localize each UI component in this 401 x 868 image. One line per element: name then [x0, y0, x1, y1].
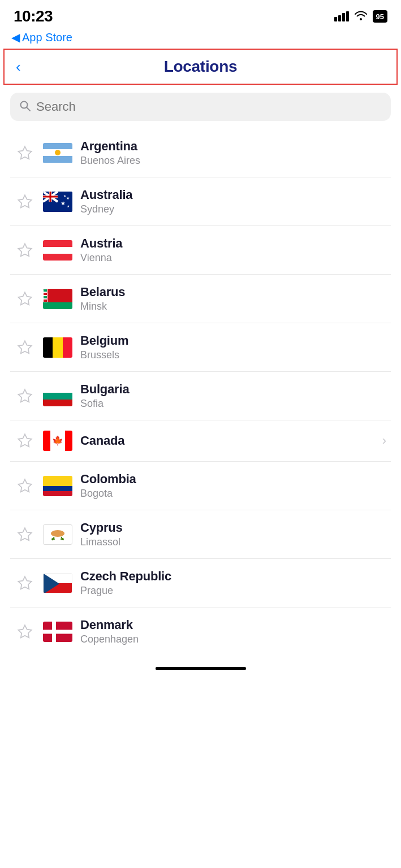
favorite-star-icon[interactable]: [15, 573, 35, 593]
favorite-star-icon[interactable]: [15, 431, 35, 451]
home-bar: [156, 667, 246, 670]
list-item[interactable]: Belgium Brussels: [10, 323, 391, 372]
favorite-star-icon[interactable]: [15, 476, 35, 496]
city-name: Brussels: [80, 349, 386, 361]
svg-point-27: [51, 538, 55, 540]
country-flag: [43, 386, 72, 406]
svg-point-24: [51, 530, 64, 537]
svg-marker-19: [18, 389, 31, 402]
country-name: Cyprus: [80, 520, 386, 535]
status-icons: 95: [334, 10, 387, 23]
country-name: Australia: [80, 188, 386, 202]
list-item[interactable]: Czech Republic Prague: [10, 559, 391, 607]
location-info: Belgium Brussels: [80, 333, 386, 361]
svg-marker-21: [18, 479, 31, 492]
list-item[interactable]: ★ ★ ★ ★ Australia Sydney: [10, 177, 391, 226]
svg-point-28: [61, 538, 64, 540]
search-icon: [19, 100, 31, 114]
signal-bars-icon: [334, 11, 349, 21]
favorite-star-icon[interactable]: [15, 386, 35, 406]
home-indicator: [0, 656, 401, 676]
favorite-star-icon[interactable]: [15, 622, 35, 642]
favorite-star-icon[interactable]: [15, 192, 35, 212]
list-item[interactable]: Bulgaria Sofia: [10, 372, 391, 420]
list-item[interactable]: Cyprus Limassol: [10, 510, 391, 559]
svg-marker-20: [18, 434, 31, 446]
svg-text:★: ★: [67, 205, 70, 208]
location-info: Argentina Buenos Aires: [80, 139, 386, 167]
svg-line-1: [27, 107, 30, 111]
city-name: Buenos Aires: [80, 155, 386, 167]
favorite-star-icon[interactable]: [15, 337, 35, 358]
city-name: Bogota: [80, 488, 386, 500]
location-info: Denmark Copenhagen: [80, 618, 386, 645]
location-info: Cyprus Limassol: [80, 520, 386, 548]
city-name: Sofia: [80, 398, 386, 410]
favorite-star-icon[interactable]: [15, 524, 35, 545]
list-item[interactable]: Denmark Copenhagen: [10, 607, 391, 656]
svg-marker-2: [18, 146, 31, 159]
country-flag: 🍁: [43, 431, 72, 451]
country-name: Canada: [80, 433, 374, 448]
search-bar[interactable]: [10, 93, 391, 121]
country-name: Bulgaria: [80, 382, 386, 397]
svg-marker-22: [18, 528, 31, 540]
city-name: Vienna: [80, 252, 386, 264]
favorite-star-icon[interactable]: [15, 289, 35, 309]
location-info: Colombia Bogota: [80, 472, 386, 500]
location-info: Australia Sydney: [80, 188, 386, 215]
country-name: Belarus: [80, 285, 386, 300]
list-item[interactable]: 🍁 Canada ›: [10, 420, 391, 462]
locations-list: Argentina Buenos Aires ★ ★: [0, 129, 401, 656]
svg-text:★: ★: [61, 200, 66, 206]
location-info: Austria Vienna: [80, 236, 386, 264]
list-item[interactable]: Colombia Bogota: [10, 462, 391, 510]
city-name: Copenhagen: [80, 633, 386, 645]
favorite-star-icon[interactable]: [15, 240, 35, 261]
svg-marker-29: [18, 576, 31, 589]
country-name: Czech Republic: [80, 569, 386, 584]
search-input[interactable]: [36, 99, 382, 114]
list-item[interactable]: Argentina Buenos Aires: [10, 129, 391, 177]
country-flag: [43, 524, 72, 545]
list-item[interactable]: Belarus Minsk: [10, 275, 391, 323]
city-name: Prague: [80, 585, 386, 597]
status-bar: 10:23 95: [0, 0, 401, 28]
location-info: Czech Republic Prague: [80, 569, 386, 597]
city-name: Limassol: [80, 536, 386, 548]
list-item[interactable]: Austria Vienna: [10, 226, 391, 275]
city-name: Sydney: [80, 203, 386, 215]
country-flag: ★ ★ ★ ★: [43, 192, 72, 212]
country-flag: [43, 476, 72, 496]
country-flag: [43, 143, 72, 163]
country-name: Colombia: [80, 472, 386, 487]
country-name: Denmark: [80, 618, 386, 632]
page-header: ‹ Locations: [3, 49, 398, 85]
back-button[interactable]: ‹: [16, 59, 21, 74]
app-store-back-label: App Store: [22, 31, 72, 44]
svg-marker-16: [18, 244, 31, 256]
svg-marker-30: [18, 625, 31, 637]
chevron-right-icon: ›: [382, 433, 386, 448]
country-flag: [43, 240, 72, 261]
back-arrow-small-icon: ◀: [11, 31, 20, 44]
location-info: Belarus Minsk: [80, 285, 386, 313]
country-flag: [43, 573, 72, 593]
favorite-star-icon[interactable]: [15, 143, 35, 163]
country-name: Belgium: [80, 333, 386, 348]
location-info: Canada: [80, 433, 374, 448]
location-info: Bulgaria Sofia: [80, 382, 386, 410]
page-title: Locations: [164, 58, 238, 76]
status-time: 10:23: [14, 7, 53, 25]
country-flag: [43, 337, 72, 358]
country-flag: [43, 622, 72, 642]
app-store-nav[interactable]: ◀ App Store: [0, 28, 401, 49]
country-flag: [43, 289, 72, 309]
wifi-icon: [355, 10, 367, 23]
svg-marker-3: [18, 195, 31, 207]
battery-icon: 95: [373, 10, 387, 23]
svg-text:★: ★: [66, 196, 70, 200]
svg-marker-17: [18, 292, 31, 305]
svg-text:★: ★: [63, 194, 66, 198]
svg-marker-18: [18, 341, 31, 353]
